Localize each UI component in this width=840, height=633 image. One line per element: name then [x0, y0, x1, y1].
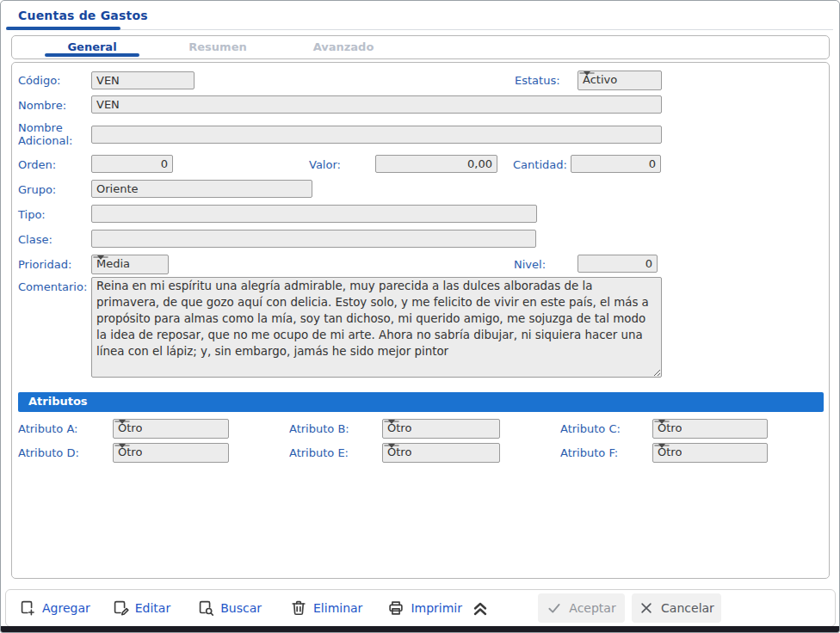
atributo-d-select[interactable]: Otro	[113, 443, 229, 463]
atributo-f-label: Atributo F:	[560, 446, 618, 459]
cantidad-label: Cantidad:	[513, 158, 567, 171]
codigo-input[interactable]	[91, 71, 195, 89]
cancelar-label: Cancelar	[661, 601, 714, 615]
tab-resumen-label: Resumen	[188, 40, 246, 53]
tab-avanzado[interactable]: Avanzado	[281, 36, 406, 58]
comentario-textarea[interactable]: Reina en mi espíritu una alegría admirab…	[91, 277, 662, 378]
tab-avanzado-label: Avanzado	[313, 40, 374, 53]
atributo-c-select[interactable]: Otro	[652, 419, 768, 439]
chevron-down-icon	[119, 444, 126, 448]
cuentas-de-gastos-window: Cuentas de Gastos General Resumen Avanza…	[0, 0, 840, 633]
prioridad-label: Prioridad:	[18, 258, 71, 271]
chevron-down-icon	[119, 420, 126, 424]
grupo-label: Grupo:	[18, 183, 56, 196]
chevron-down-icon	[388, 444, 395, 448]
clase-label: Clase:	[18, 233, 52, 246]
comentario-label: Comentario:	[18, 280, 87, 293]
estatus-dropdown-button[interactable]	[579, 72, 595, 74]
window-bottom-edge	[1, 626, 839, 632]
nombre-adicional-label: Nombre Adicional:	[18, 121, 92, 147]
double-chevron-up-icon[interactable]	[469, 599, 491, 618]
atributo-f-select[interactable]: Otro	[652, 443, 768, 463]
atributo-d-dropdown-button[interactable]	[114, 445, 130, 446]
nombre-adicional-input[interactable]	[91, 126, 662, 144]
aceptar-button[interactable]: Aceptar	[538, 593, 625, 623]
editar-label: Editar	[135, 601, 170, 615]
atributo-a-label: Atributo A:	[18, 422, 77, 435]
atributo-b-dropdown-button[interactable]	[384, 421, 399, 422]
page-title: Cuentas de Gastos	[18, 9, 148, 22]
nivel-input[interactable]	[578, 255, 658, 273]
aceptar-label: Aceptar	[569, 601, 615, 615]
close-icon	[639, 600, 654, 616]
imprimir-button[interactable]: Imprimir	[386, 599, 462, 618]
prioridad-dropdown-button[interactable]	[93, 256, 108, 258]
eliminar-button[interactable]: Eliminar	[289, 599, 362, 618]
printer-icon	[386, 599, 405, 618]
atributo-e-label: Atributo E:	[289, 446, 349, 459]
buscar-button[interactable]: Buscar	[196, 599, 262, 618]
tipo-input[interactable]	[91, 205, 537, 223]
nombre-label: Nombre:	[18, 99, 66, 112]
clase-input[interactable]	[91, 230, 536, 248]
buscar-label: Buscar	[220, 601, 262, 615]
atributo-c-label: Atributo C:	[560, 422, 621, 435]
edit-document-icon	[111, 599, 130, 618]
atributo-e-dropdown-button[interactable]	[384, 445, 399, 446]
tipo-label: Tipo:	[18, 208, 46, 221]
title-divider	[6, 29, 833, 30]
agregar-button[interactable]: Agregar	[18, 599, 90, 618]
atributo-d-label: Atributo D:	[18, 446, 79, 459]
chevron-down-icon	[97, 255, 104, 260]
estatus-select[interactable]: Activo	[578, 71, 662, 90]
grupo-input[interactable]	[91, 180, 312, 198]
estatus-label: Estatus:	[515, 74, 560, 87]
tab-bar: General Resumen Avanzado	[11, 35, 830, 59]
atributos-section-header: Atributos	[18, 392, 824, 412]
general-tab-panel: Código: Estatus: Activo Nombre: Nombre A…	[11, 62, 830, 579]
eliminar-label: Eliminar	[313, 601, 362, 615]
atributo-a-dropdown-button[interactable]	[114, 421, 130, 422]
valor-label: Valor:	[309, 158, 341, 171]
trash-icon	[289, 599, 308, 618]
check-icon	[547, 600, 562, 616]
imprimir-label: Imprimir	[411, 601, 462, 615]
nombre-input[interactable]	[91, 95, 662, 114]
tab-general[interactable]: General	[29, 36, 155, 58]
atributo-b-select[interactable]: Otro	[382, 419, 500, 439]
atributo-f-dropdown-button[interactable]	[654, 445, 670, 446]
chevron-down-icon	[388, 420, 395, 424]
action-toolbar: Agregar Editar Buscar Elim	[5, 589, 836, 627]
cancelar-button[interactable]: Cancelar	[632, 593, 721, 623]
title-accent-underline	[6, 27, 120, 30]
add-document-icon	[18, 599, 37, 618]
agregar-label: Agregar	[42, 601, 90, 615]
prioridad-select[interactable]: Media	[91, 255, 169, 274]
active-tab-underline	[45, 53, 139, 57]
valor-input[interactable]	[375, 155, 497, 173]
codigo-label: Código:	[18, 74, 60, 87]
atributo-e-select[interactable]: Otro	[382, 443, 500, 463]
chevron-down-icon	[658, 444, 665, 448]
chevron-down-icon	[658, 420, 665, 424]
chevron-down-icon	[584, 71, 590, 76]
nivel-label: Nivel:	[514, 258, 546, 271]
search-document-icon	[196, 599, 215, 618]
atributo-b-label: Atributo B:	[289, 422, 349, 435]
tab-general-label: General	[67, 40, 116, 53]
atributo-c-dropdown-button[interactable]	[654, 421, 670, 422]
tab-resumen[interactable]: Resumen	[155, 36, 281, 58]
atributo-a-select[interactable]: Otro	[113, 419, 229, 439]
orden-input[interactable]	[91, 155, 173, 173]
editar-button[interactable]: Editar	[111, 599, 170, 618]
orden-label: Orden:	[18, 158, 56, 171]
cantidad-input[interactable]	[571, 155, 661, 173]
